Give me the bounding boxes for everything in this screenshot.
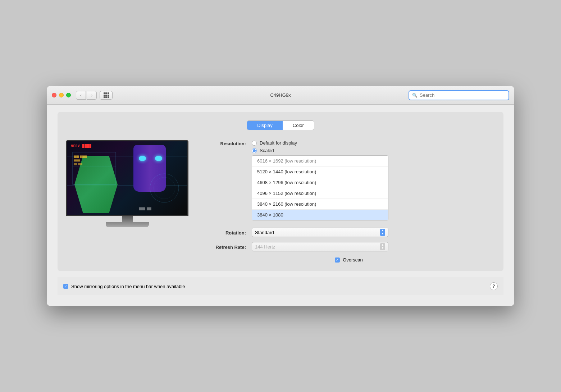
eva-head	[133, 145, 166, 192]
radio-row-default: Default for display	[252, 140, 495, 146]
help-icon: ?	[492, 284, 495, 289]
monitor-preview: NERV ████ ████ █████	[66, 140, 188, 227]
radio-scaled[interactable]	[252, 148, 257, 153]
traffic-lights	[52, 93, 71, 97]
rotation-select[interactable]: Standard ▲ ▼	[252, 228, 388, 237]
resolution-options: Default for display Scaled 6016 × 1692 (	[252, 140, 495, 220]
settings-area: Resolution: Default for display Scaled	[203, 140, 495, 263]
bottom-bar: ✓ Show mirroring options in the menu bar…	[58, 277, 503, 295]
rotation-row: Rotation: Standard ▲ ▼	[203, 228, 495, 237]
monitor-stand-base	[106, 222, 149, 227]
monitor-stand-neck	[122, 216, 133, 222]
mirroring-checkbox[interactable]: ✓	[63, 284, 68, 289]
list-item[interactable]: 6016 × 1692 (low resolution)	[252, 156, 388, 167]
main-content: Display Color	[47, 105, 514, 306]
list-item[interactable]: 5120 × 1440 (low resolution)	[252, 167, 388, 177]
back-button[interactable]: ‹	[76, 91, 86, 100]
radio-scaled-label: Scaled	[260, 148, 274, 153]
rotation-value: Standard	[255, 230, 274, 235]
tab-display[interactable]: Display	[247, 121, 283, 130]
tab-group: Display Color	[247, 120, 314, 130]
radio-default[interactable]	[252, 141, 257, 146]
refresh-rate-row: Refresh Rate: 144 Hertz ▲ ▼	[203, 242, 495, 251]
radio-dot	[253, 149, 256, 152]
tab-color[interactable]: Color	[283, 121, 314, 130]
search-box[interactable]: 🔍	[409, 90, 509, 100]
resolution-label: Resolution:	[203, 140, 246, 146]
overscan-row: ✓ Overscan	[203, 257, 495, 263]
display-panel: Display Color	[58, 112, 503, 271]
radio-default-label: Default for display	[260, 140, 297, 146]
nerv-label: NERV ████	[71, 144, 92, 148]
refresh-rate-label: Refresh Rate:	[203, 244, 246, 250]
maximize-button[interactable]	[66, 93, 71, 97]
system-preferences-window: ‹ › C49HG9x 🔍 Display	[47, 86, 514, 306]
rotation-label: Rotation:	[203, 229, 246, 236]
rotation-arrows: ▲ ▼	[380, 229, 385, 236]
nav-buttons: ‹ ›	[76, 91, 97, 100]
tabs-container: Display Color	[66, 120, 495, 130]
close-button[interactable]	[52, 93, 56, 97]
eva-eye-right	[155, 156, 162, 161]
forward-button[interactable]: ›	[87, 91, 97, 100]
refresh-rate-arrows: ▲ ▼	[380, 243, 385, 250]
overscan-label: Overscan	[343, 257, 363, 263]
help-button[interactable]: ?	[490, 282, 498, 290]
titlebar: ‹ › C49HG9x 🔍	[47, 86, 514, 105]
search-input[interactable]	[420, 92, 506, 98]
forward-icon: ›	[91, 93, 92, 97]
home-grid-button[interactable]	[100, 91, 113, 100]
monitor-screen: NERV ████ ████ █████	[66, 140, 188, 216]
list-item-selected[interactable]: 3840 × 1080	[252, 210, 388, 220]
list-item[interactable]: 4608 × 1296 (low resolution)	[252, 177, 388, 188]
mirroring-row: ✓ Show mirroring options in the menu bar…	[63, 284, 185, 289]
display-area: NERV ████ ████ █████	[66, 140, 495, 263]
mirroring-label: Show mirroring options in the menu bar w…	[71, 284, 185, 289]
list-item[interactable]: 4096 × 1152 (low resolution)	[252, 188, 388, 199]
eva-eye-left	[139, 156, 146, 161]
monitor-content: NERV ████ ████ █████	[67, 141, 187, 215]
back-icon: ‹	[80, 93, 82, 97]
minimize-button[interactable]	[59, 93, 64, 97]
eva-green-figure	[74, 156, 118, 213]
refresh-rate-value: 144 Hertz	[255, 244, 275, 250]
refresh-rate-select[interactable]: 144 Hertz ▲ ▼	[252, 242, 388, 251]
window-title: C49HG9x	[270, 92, 291, 98]
search-icon: 🔍	[412, 93, 418, 98]
resolution-section: Resolution: Default for display Scaled	[203, 140, 495, 220]
list-item[interactable]: 3840 × 2160 (low resolution)	[252, 199, 388, 210]
radio-row-scaled: Scaled	[252, 148, 495, 153]
resolution-list: 6016 × 1692 (low resolution) 5120 × 1440…	[252, 155, 388, 220]
grid-icon	[104, 92, 109, 98]
overscan-checkbox[interactable]: ✓	[335, 257, 340, 263]
